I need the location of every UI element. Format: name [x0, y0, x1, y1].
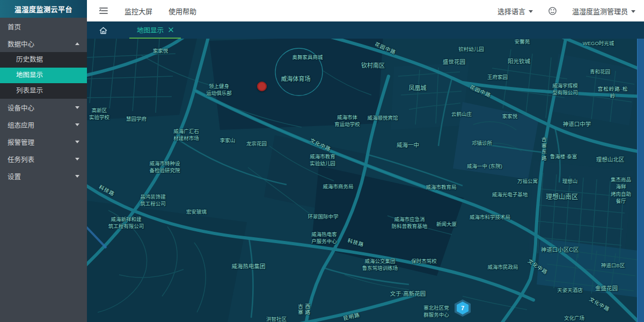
map-label: 集杰尚品海鲜 烤肉自助餐厅 [610, 176, 633, 204]
app-title: 温湿度监测云平台 [0, 0, 87, 18]
map-label: 文于·高新花园 [390, 290, 426, 298]
device-marker[interactable] [257, 82, 267, 91]
theme-palette-icon[interactable] [548, 6, 557, 16]
sidebar-item-device-center[interactable]: 设备中心 [0, 99, 87, 116]
map-label: 威海广汇石 材建材市场 [173, 128, 199, 142]
map-label: 神道口中学 [563, 120, 591, 128]
expand-arrow-icon [75, 106, 79, 109]
map-label: 宫松岭路·松岭 [597, 85, 628, 100]
sidebar-item-home[interactable]: 首页 [0, 18, 87, 35]
map-label: 威海体育场 [281, 75, 311, 83]
map-label: 威海市民政局 [487, 264, 518, 270]
map-label: 领上健身 运动俱乐部 [206, 83, 232, 97]
map-label: 神道口小区C区 [541, 246, 579, 254]
sidebar-subitem-list-display[interactable]: 列表显示 [0, 83, 87, 99]
map-label: 古寨东路 [540, 137, 547, 162]
map-label: 花园中路 [469, 83, 492, 99]
map-label: 威海一中 (东院) [467, 163, 502, 170]
map-label: 理想山北区 [596, 156, 625, 164]
tab-map-display[interactable]: 地图显示 [129, 21, 181, 39]
map-label: 钦村幼儿园 [458, 46, 484, 53]
map-label: 宏安玻璃 [186, 208, 207, 215]
sidebar-submenu: 历史数据地图显示列表显示 [0, 52, 87, 99]
home-tab-icon[interactable] [99, 26, 108, 35]
map-label: 阳光钦城 [508, 57, 530, 65]
map-label: 奥舞家具商城 [292, 54, 323, 61]
map-label: 高新区 实验学校 [89, 107, 109, 121]
map-label: 威海顺悦宾馆 [367, 114, 398, 121]
map-label: 威海热电集团 [232, 262, 266, 270]
map-label: 理想山 [562, 178, 578, 185]
map-label: 寨北社区党 群服务中心 [423, 304, 449, 319]
map-label: 文化中路 [588, 296, 611, 313]
map-label: 云鹤山庄 [451, 111, 472, 118]
map-label-layer: 家家悦奥舞家具商城威海体育场钦村南区钦村幼儿园安馨苑WEGO时光城盛世花园阳光钦… [87, 39, 644, 322]
map-label: 邓镇诊所 [472, 140, 492, 147]
sidebar-subitem-history-data[interactable]: 历史数据 [0, 52, 87, 68]
sidebar-item-alarm-management[interactable]: 报警管理 [0, 133, 87, 150]
map-label: 万福公寓 [517, 178, 538, 185]
map-label: 威海宇辉模 型有限公司 [552, 82, 578, 97]
map-label: 昌鸿装饰建 筑工程公司 [140, 193, 166, 208]
collapse-sidebar-icon[interactable] [99, 6, 108, 15]
map-label: 文化广场 [564, 314, 584, 321]
map-label: 慧园学府 [126, 115, 147, 122]
map-label: 洪智社区 [266, 316, 287, 322]
sidebar-item-label: 数据中心 [8, 39, 34, 49]
cluster-marker[interactable]: 7 [455, 299, 471, 317]
sidebar: 温湿度监测云平台 首页数据中心历史数据地图显示列表显示设备中心组态应用报警管理任… [0, 0, 87, 322]
map-label: 金盛花园 [595, 284, 618, 292]
map-label: 威海市科学技术局 [470, 214, 510, 221]
map-label: 新闻大厦 [436, 221, 457, 228]
map-label: 威海市教育局 [426, 184, 456, 191]
expand-arrow-icon [75, 175, 79, 178]
map-label: 安馨苑 [515, 39, 530, 46]
map-label: 威海热电客 户服务中心 [311, 231, 337, 245]
map-label: 家家悦 [502, 113, 518, 120]
language-selector[interactable]: 选择语言 [497, 6, 533, 16]
map-label: 昆明路 [342, 311, 361, 322]
sidebar-item-label: 报警管理 [8, 137, 34, 147]
map-label: 威海市体 育运动学校 [334, 114, 360, 128]
map-label: 盛世花园 [443, 58, 465, 66]
language-selector-label: 选择语言 [497, 6, 525, 16]
collapse-arrow-icon [75, 42, 79, 45]
map-label: 威海公交集团 鲁东驾培训练场 [362, 258, 398, 272]
help-menu-item[interactable]: 使用帮助 [169, 6, 196, 16]
sidebar-item-data-center[interactable]: 数据中心 [0, 35, 87, 52]
tab-close-icon[interactable] [169, 27, 173, 32]
map-label: 科技路 [98, 184, 116, 198]
sidebar-item-label: 首页 [8, 21, 21, 32]
sidebar-item-label: 任务列表 [8, 154, 34, 164]
map-label: 科技路 [347, 237, 365, 248]
map-label: 威海市商务局 [323, 183, 353, 190]
tab-bar: 地图显示 [87, 21, 644, 39]
map-label: 钦村南区 [361, 62, 385, 70]
expand-arrow-icon [75, 123, 79, 126]
sidebar-item-task-list[interactable]: 任务列表 [0, 150, 87, 167]
sidebar-subitem-map-display[interactable]: 地图显示 [0, 68, 87, 83]
map-label: 古寨西路 [297, 304, 311, 316]
monitor-screen-menu-item[interactable]: 监控大屏 [125, 6, 152, 16]
map-label: 李家山 [220, 137, 236, 144]
sidebar-item-label: 设置 [8, 171, 21, 181]
map-label: 威海一中 [397, 141, 419, 149]
chevron-down-icon [529, 10, 533, 13]
map-label: 威海市特种设 备检验研究院 [149, 160, 180, 174]
chevron-down-icon [631, 10, 635, 13]
map-label: 天姿天酒店 [557, 287, 583, 294]
sidebar-menu: 首页数据中心历史数据地图显示列表显示设备中心组态应用报警管理任务列表设置 [0, 18, 87, 185]
sidebar-item-scada-apps[interactable]: 组态应用 [0, 116, 87, 133]
map-label: 理想山南区 [546, 193, 578, 202]
tab-label: 地图显示 [137, 25, 164, 35]
user-name: 温湿度监测管理员 [572, 6, 628, 16]
sidebar-item-settings[interactable]: 设置 [0, 167, 87, 185]
map-label: 威海市应急消 防科普教育基地 [392, 216, 428, 230]
user-menu[interactable]: 温湿度监测管理员 [572, 6, 635, 16]
map-label: 青和花园 [590, 68, 610, 75]
map-label: 威海市教育 实验幼儿园 [310, 153, 335, 167]
sidebar-item-label: 设备中心 [8, 103, 34, 113]
map-canvas[interactable]: 家家悦奥舞家具商城威海体育场钦村南区钦村幼儿园安馨苑WEGO时光城盛世花园阳光钦… [87, 39, 644, 322]
map-label: 神道口B区 [601, 262, 625, 269]
map-label: 鲁海楼·泰富 [550, 153, 577, 160]
